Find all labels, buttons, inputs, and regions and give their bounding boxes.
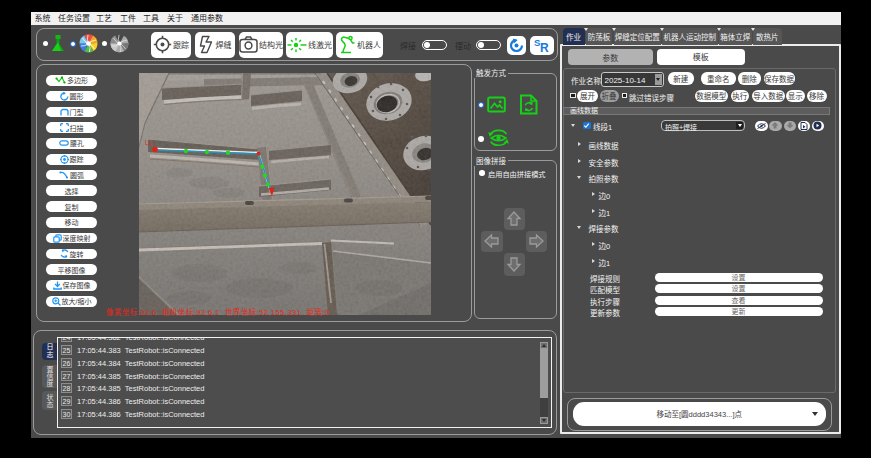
svg-text:L1: L1 — [145, 139, 153, 146]
